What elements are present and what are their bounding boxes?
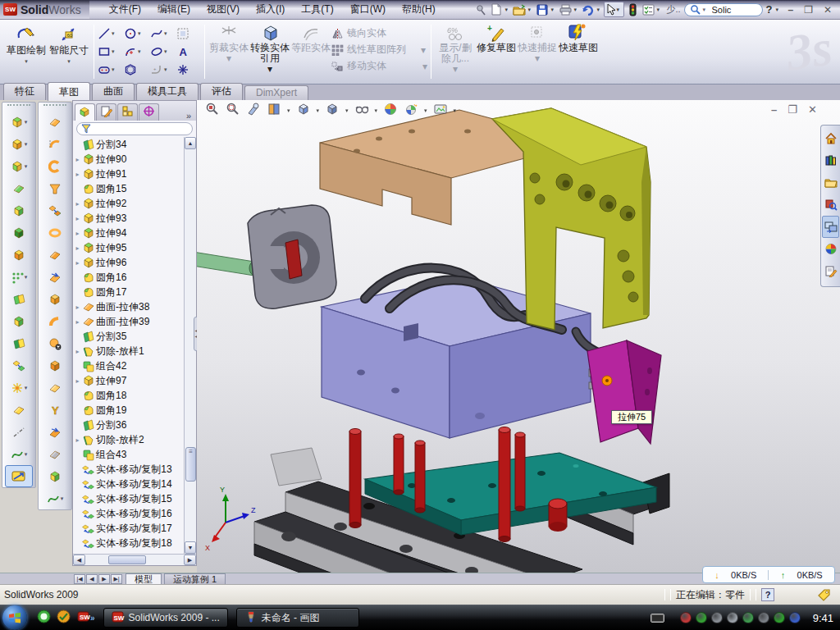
menu-item-2[interactable]: 视图(V) <box>199 1 248 18</box>
extruded-boss-button[interactable]: ▾ <box>2 111 35 133</box>
tree-item[interactable]: 圆角17 <box>73 285 184 299</box>
tab-模具工具[interactable]: 模具工具 <box>136 83 199 100</box>
overflow-toolbar-label[interactable]: 少.. <box>664 3 682 16</box>
move-surface-button[interactable] <box>39 421 71 443</box>
tree-item[interactable]: ▸ 拉伸90 <box>73 152 184 167</box>
print-icon[interactable] <box>558 2 573 16</box>
quick-launch-security-center[interactable] <box>57 609 71 627</box>
feature-manager-tab[interactable] <box>75 103 95 121</box>
edit-appearance-icon[interactable] <box>383 102 398 120</box>
dimxpert-manager-tab[interactable] <box>139 103 159 121</box>
plane-button[interactable] <box>2 399 35 421</box>
scroll-down-arrow[interactable]: ▼ <box>185 541 196 554</box>
status-help-button[interactable]: ? <box>761 588 774 601</box>
view-orientation-icon[interactable] <box>296 102 311 120</box>
solidworks-search-tab[interactable] <box>821 194 840 216</box>
cut-with-surface-button[interactable] <box>39 443 71 465</box>
pin-toolbar-icon[interactable] <box>473 2 488 16</box>
linear-pattern-button[interactable]: ▾ <box>2 266 35 288</box>
tab-评估[interactable]: 评估 <box>200 83 243 100</box>
intersect-button[interactable] <box>2 310 35 332</box>
toolbar-grip[interactable] <box>43 104 66 109</box>
expand-arrow-icon[interactable]: ▸ <box>73 318 82 326</box>
panel-tabs-more[interactable]: » <box>183 111 194 121</box>
split-body-button[interactable] <box>2 332 35 354</box>
expand-arrow-icon[interactable]: ▸ <box>73 348 82 355</box>
line-button[interactable]: ▾ <box>98 25 122 43</box>
ellipse-button[interactable]: ▾ <box>150 43 175 61</box>
rebuild-traffic-light-icon[interactable] <box>625 2 640 16</box>
offset-surface-button[interactable] <box>39 221 71 244</box>
knit-surface-button[interactable] <box>39 288 71 310</box>
toolbar-grip[interactable] <box>7 104 30 109</box>
freeform-button[interactable]: ▾ <box>39 487 71 509</box>
rectangle-button[interactable]: ▾ <box>98 43 122 61</box>
select-entities-button[interactable] <box>176 25 201 43</box>
start-button[interactable] <box>2 605 27 630</box>
tree-item[interactable]: 实体-移动/复制17 <box>73 521 184 536</box>
section-view-icon[interactable] <box>267 102 281 120</box>
save-icon[interactable] <box>535 2 550 16</box>
tree-item[interactable]: 组合42 <box>73 358 184 373</box>
doc-restore-button[interactable]: ❐ <box>788 103 797 116</box>
smart-dimension-button[interactable]: 60 智能尺寸▾ <box>48 23 90 66</box>
axis-button[interactable] <box>2 421 35 443</box>
menu-item-6[interactable]: 帮助(H) <box>394 1 444 18</box>
quick-launch-solidworks[interactable]: SW <box>76 609 90 627</box>
menu-item-0[interactable]: 文件(F) <box>101 1 149 18</box>
curve-button[interactable]: ▾ <box>2 443 35 465</box>
tab-model[interactable]: 模型 <box>126 573 162 584</box>
spline-button[interactable]: ▾ <box>150 25 175 43</box>
polygon-button[interactable] <box>124 61 148 79</box>
undo-icon[interactable] <box>581 2 596 16</box>
boundary-surface-button[interactable] <box>39 199 71 221</box>
quick-snaps-button[interactable]: 快速捕捉▾ <box>517 23 558 64</box>
first-tab-button[interactable]: |◀ <box>74 574 85 584</box>
fillet-surface-button[interactable] <box>39 332 71 354</box>
tree-item[interactable]: ▸ 拉伸93 <box>73 211 184 226</box>
design-library-tab[interactable] <box>821 149 840 171</box>
prev-tab-button[interactable]: ◀ <box>86 574 98 584</box>
app-restore-button[interactable]: ❐ <box>799 4 818 16</box>
tree-item[interactable]: 实体-移动/复制18 <box>73 536 184 550</box>
tree-item[interactable]: ▸ 拉伸92 <box>73 196 184 211</box>
expand-arrow-icon[interactable]: ▸ <box>73 200 82 208</box>
boundary-boss-button[interactable] <box>2 221 35 244</box>
scroll-up-arrow[interactable]: ▲ <box>185 137 196 149</box>
tree-item[interactable]: ▸ 拉伸91 <box>73 167 184 181</box>
tray-volume-icon[interactable] <box>727 612 738 623</box>
tray-network-warning[interactable] <box>758 612 769 623</box>
tree-item[interactable]: 实体-移动/复制16 <box>73 506 184 521</box>
expand-arrow-icon[interactable]: ▸ <box>73 156 82 163</box>
solidworks-resources-tab[interactable] <box>821 127 840 149</box>
quick-launch-messenger[interactable] <box>37 609 51 627</box>
tree-item[interactable]: 圆角15 <box>73 181 184 196</box>
fillet-button[interactable]: ▾ <box>2 155 35 177</box>
graphics-viewport[interactable]: Y Z X <box>197 100 840 573</box>
help-button[interactable]: ? <box>764 3 775 16</box>
view-palette-tab[interactable] <box>822 216 839 238</box>
last-tab-button[interactable]: ▶| <box>111 574 122 584</box>
menu-item-5[interactable]: 窗口(W) <box>342 1 394 18</box>
tray-health-shield[interactable] <box>774 612 785 623</box>
menu-item-3[interactable]: 插入(I) <box>248 1 293 18</box>
menu-item-1[interactable]: 编辑(E) <box>149 1 199 18</box>
sketch-fillet-button[interactable]: +▾ <box>150 61 175 79</box>
keyboard-tray-icon[interactable] <box>651 614 664 623</box>
expand-arrow-icon[interactable]: ▸ <box>73 215 82 222</box>
tray-antivirus-shield[interactable] <box>680 612 692 623</box>
trim-entities-button[interactable]: 剪裁实体▾ <box>208 23 249 64</box>
select-tool[interactable]: ▾ <box>604 2 624 17</box>
tray-sync-icon[interactable] <box>789 612 801 623</box>
doc-close-button[interactable]: ✕ <box>808 103 817 116</box>
tree-horizontal-scrollbar[interactable]: ◀ ▶ <box>73 554 196 565</box>
instant3d-button[interactable] <box>5 465 33 487</box>
tree-item[interactable]: 圆角16 <box>73 270 184 285</box>
tray-guard-shield[interactable] <box>696 612 707 623</box>
tree-item[interactable]: 分割36 <box>73 418 184 432</box>
next-tab-button[interactable]: ▶ <box>98 574 110 584</box>
tab-motion-study[interactable]: 运动算例 1 <box>164 573 226 584</box>
expand-arrow-icon[interactable]: ▸ <box>73 244 82 252</box>
doc-minimize-button[interactable]: – <box>771 103 777 116</box>
hscrollbar-thumb[interactable] <box>108 555 146 564</box>
